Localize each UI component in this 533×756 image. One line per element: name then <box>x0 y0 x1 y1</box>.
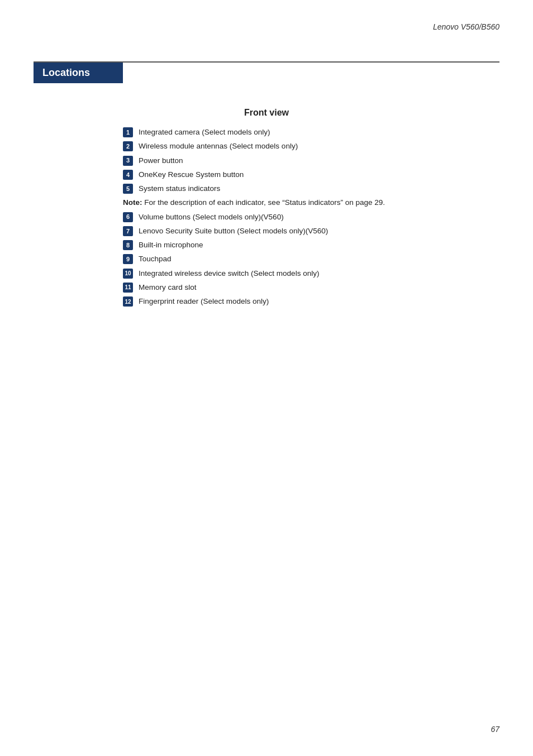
list-item: 2 Wireless module antennas (Select model… <box>123 141 499 152</box>
item-text-9: Touchpad <box>139 253 172 265</box>
list-item: 7 Lenovo Security Suite button (Select m… <box>123 226 499 237</box>
item-badge-10: 10 <box>123 269 133 279</box>
list-item: 12 Fingerprint reader (Select models onl… <box>123 296 499 307</box>
item-badge-6: 6 <box>123 212 133 222</box>
page-number: 67 <box>491 725 499 734</box>
item-text-8: Built-in microphone <box>139 240 203 251</box>
item-text-12: Fingerprint reader (Select models only) <box>139 296 269 307</box>
item-text-6: Volume buttons (Select models only)(V560… <box>139 212 284 223</box>
list-item: 10 Integrated wireless device switch (Se… <box>123 268 499 279</box>
main-content: Locations Front view 1 Integrated camera… <box>34 61 499 310</box>
list-item: 6 Volume buttons (Select models only)(V5… <box>123 212 499 223</box>
item-badge-8: 8 <box>123 240 133 250</box>
item-badge-4: 4 <box>123 170 133 180</box>
item-badge-9: 9 <box>123 254 133 264</box>
section-title-block: Locations <box>34 63 499 97</box>
item-badge-7: 7 <box>123 226 133 236</box>
item-text-7: Lenovo Security Suite button (Select mod… <box>139 226 328 237</box>
front-view-title: Front view <box>34 108 499 118</box>
list-item: 11 Memory card slot <box>123 282 499 293</box>
list-item: 5 System status indicators <box>123 183 499 194</box>
item-text-10: Integrated wireless device switch (Selec… <box>139 268 319 279</box>
front-view-list-2: 6 Volume buttons (Select models only)(V5… <box>123 212 499 308</box>
note-line: Note: For the description of each indica… <box>123 197 499 208</box>
item-badge-11: 11 <box>123 283 133 293</box>
note-label: Note: <box>123 198 142 207</box>
list-item: 1 Integrated camera (Select models only) <box>123 127 499 138</box>
section-wrapper: Locations <box>34 61 499 97</box>
item-text-5: System status indicators <box>139 183 220 194</box>
list-item: 9 Touchpad <box>123 253 499 265</box>
item-badge-5: 5 <box>123 184 133 194</box>
note-text: For the description of each indicator, s… <box>142 198 386 207</box>
item-badge-3: 3 <box>123 156 133 166</box>
section-title: Locations <box>34 63 123 83</box>
item-text-11: Memory card slot <box>139 282 197 293</box>
item-badge-1: 1 <box>123 127 133 137</box>
item-text-4: OneKey Rescue System button <box>139 169 244 180</box>
item-badge-12: 12 <box>123 296 133 307</box>
item-badge-2: 2 <box>123 141 133 151</box>
item-text-1: Integrated camera (Select models only) <box>139 127 270 138</box>
list-item: 4 OneKey Rescue System button <box>123 169 499 180</box>
page-header-title: Lenovo V560/B560 <box>433 22 499 31</box>
front-view-list: 1 Integrated camera (Select models only)… <box>123 127 499 194</box>
list-item: 3 Power button <box>123 155 499 166</box>
item-text-2: Wireless module antennas (Select models … <box>139 141 298 152</box>
item-text-3: Power button <box>139 155 183 166</box>
list-item: 8 Built-in microphone <box>123 240 499 251</box>
